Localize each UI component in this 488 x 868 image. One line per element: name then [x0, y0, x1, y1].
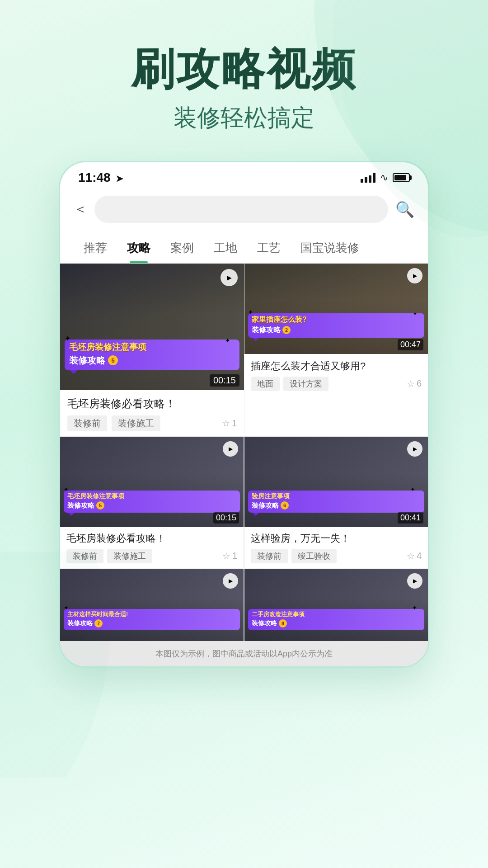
battery-icon	[393, 173, 410, 182]
star-icon-4: ☆	[407, 551, 415, 561]
badge-num-2: 2	[282, 326, 291, 334]
tag-before-1[interactable]: 装修前	[67, 415, 107, 431]
card-title-2: 插座怎么装才合适又够用?	[251, 359, 422, 373]
location-icon: ➤	[116, 174, 123, 184]
hero-section: 刷攻略视频 装修轻松搞定	[0, 0, 488, 161]
grid-badge-title-3: 主材这样买时间最合适!	[67, 611, 236, 618]
grid-badge-sub-2: 装修攻略	[252, 501, 279, 510]
tag-floor-2[interactable]: 地面	[251, 377, 280, 391]
like-button-3[interactable]: ☆ 1	[222, 551, 237, 561]
sparkle-2: ✦	[225, 337, 230, 344]
badge-overlay-2: 家里插座怎么装? 装修攻略 2 ✦ ✦	[248, 313, 424, 337]
grid-duration-1: 00:15	[213, 512, 239, 524]
star-icon-2: ☆	[407, 378, 415, 389]
tab-craft[interactable]: 工艺	[247, 236, 291, 263]
play-button-4[interactable]: ▶	[407, 441, 422, 457]
grid-badge-num-1: 5	[96, 501, 104, 509]
play-button-1[interactable]: ▶	[221, 269, 238, 286]
grid-badge-3: 主材这样买时间最合适! 装修攻略 7 ✦	[64, 609, 240, 630]
hero-subtitle: 装修轻松搞定	[0, 102, 488, 134]
grid-thumbnail-4: 二手房改造注意事项 装修攻略 8 ✦ ▶	[244, 569, 428, 641]
grid-badge-title-2: 验房注意事项	[252, 492, 421, 500]
video-thumbnail-1: 毛坯房装修注意事项 装修攻略 5 ✦ ✦	[60, 264, 244, 390]
grid-badge-1: 毛坯房装修注意事项 装修攻略 5 ✦	[64, 491, 240, 513]
featured-card: 毛坯房装修注意事项 装修攻略 5 ✦ ✦	[60, 264, 428, 436]
badge-title-2: 家里插座怎么装?	[252, 315, 421, 324]
card-info-2: 插座怎么装才合适又够用? 地面 设计方案 ☆ 6	[244, 354, 428, 395]
like-button-1[interactable]: ☆ 1	[222, 418, 237, 429]
tab-bar: 推荐 攻略 案例 工地 工艺 国宝说装修	[60, 228, 428, 264]
tab-case[interactable]: 案例	[160, 236, 204, 263]
featured-grid: 毛坯房装修注意事项 装修攻略 5 ✦ ✦	[60, 264, 428, 436]
star-icon-1: ☆	[222, 418, 230, 429]
like-count-2: 6	[417, 378, 422, 389]
tag-design-2[interactable]: 设计方案	[283, 377, 328, 391]
like-count-4: 4	[417, 551, 422, 561]
grid-thumbnail-2: 验房注意事项 装修攻略 6 ✦ ▶ 00:41	[244, 437, 428, 527]
card-row-2: 主材这样买时间最合适! 装修攻略 7 ✦ ▶	[60, 569, 428, 641]
back-button[interactable]: ＜	[74, 200, 87, 218]
grid-badge-num-3: 7	[94, 619, 103, 627]
status-bar: 11:48 ➤ ∿	[60, 162, 428, 190]
grid-card-right-1[interactable]: 验房注意事项 装修攻略 6 ✦ ▶ 00:41	[244, 437, 428, 568]
grid-badge-num-2: 6	[281, 501, 289, 509]
badge-num-1: 5	[108, 355, 118, 365]
card-tags-2: 地面 设计方案 ☆ 6	[251, 377, 422, 391]
tab-strategy[interactable]: 攻略	[117, 236, 160, 263]
like-button-2[interactable]: ☆ 6	[407, 378, 422, 389]
grid-info-right-1: 这样验房，万无一失！ 装修前 竣工验收 ☆ 4	[244, 527, 428, 568]
grid-card-left-2[interactable]: 主材这样买时间最合适! 装修攻略 7 ✦ ▶	[60, 569, 244, 641]
featured-video-right[interactable]: 家里插座怎么装? 装修攻略 2 ✦ ✦ ▶	[244, 264, 428, 436]
duration-1: 00:15	[210, 374, 239, 387]
featured-video-left[interactable]: 毛坯房装修注意事项 装修攻略 5 ✦ ✦	[60, 264, 244, 436]
grid-duration-2: 00:41	[398, 512, 423, 524]
grid-badge-sub-3: 装修攻略	[67, 619, 93, 627]
like-button-4[interactable]: ☆ 4	[407, 551, 422, 561]
grid-tag-4[interactable]: 竣工验收	[291, 549, 337, 563]
badge-overlay-1: 毛坯房装修注意事项 装修攻略 5 ✦ ✦	[65, 340, 239, 370]
play-button-6[interactable]: ▶	[407, 573, 422, 589]
badge-subtitle-2: 装修攻略	[252, 326, 281, 335]
video-thumbnail-2: 家里插座怎么装? 装修攻略 2 ✦ ✦ ▶	[244, 264, 428, 354]
tab-recommend[interactable]: 推荐	[74, 236, 117, 263]
grid-tag-1[interactable]: 装修前	[66, 549, 103, 563]
grid-badge-num-4: 8	[279, 619, 287, 627]
sparkle-4: ✦	[413, 311, 417, 317]
status-icons: ∿	[361, 172, 410, 184]
grid-tags-right-1: 装修前 竣工验收 ☆ 4	[251, 549, 422, 563]
sparkle-1: ✦	[65, 334, 70, 343]
grid-card-right-2[interactable]: 二手房改造注意事项 装修攻略 8 ✦ ▶	[244, 569, 428, 641]
grid-card-left-1[interactable]: 毛坯房装修注意事项 装修攻略 5 ✦ ▶ 00:15	[60, 437, 244, 568]
card-row-1: 毛坯房装修注意事项 装修攻略 5 ✦ ▶ 00:15	[60, 437, 428, 568]
grid-badge-title-1: 毛坯房装修注意事项	[67, 492, 236, 500]
badge-arrow-1	[70, 370, 77, 374]
video-grid: 毛坯房装修注意事项 装修攻略 5 ✦ ✦	[60, 264, 428, 666]
grid-tag-3[interactable]: 装修前	[251, 549, 288, 563]
duration-2: 00:47	[398, 339, 423, 350]
phone-mockup: 11:48 ➤ ∿ ＜ 🔍	[59, 161, 429, 668]
grid-info-left-1: 毛坯房装修必看攻略！ 装修前 装修施工 ☆ 1	[60, 527, 244, 568]
hero-title: 刷攻略视频	[0, 45, 488, 93]
search-area: ＜ 🔍	[60, 190, 428, 228]
grid-badge-sub-1: 装修攻略	[67, 501, 94, 510]
grid-badge-2: 验房注意事项 装修攻略 6 ✦	[248, 491, 424, 513]
play-button-5[interactable]: ▶	[223, 573, 238, 589]
play-button-2[interactable]: ▶	[407, 268, 422, 283]
tab-guobao[interactable]: 国宝说装修	[291, 236, 369, 263]
grid-badge-sub-4: 装修攻略	[252, 619, 277, 627]
grid-tags-left-1: 装修前 装修施工 ☆ 1	[66, 549, 237, 563]
tab-site[interactable]: 工地	[204, 236, 247, 263]
disclaimer-text: 本图仅为示例，图中商品或活动以App内公示为准	[60, 641, 428, 666]
card-info-1: 毛坯房装修必看攻略！ 装修前 装修施工 ☆ 1	[60, 390, 244, 436]
card-tags-1: 装修前 装修施工 ☆ 1	[67, 415, 237, 431]
badge-subtitle-1: 装修攻略	[69, 354, 105, 367]
grid-tag-2[interactable]: 装修施工	[107, 549, 152, 563]
badge-arrow-2	[253, 338, 259, 341]
tag-construction-1[interactable]: 装修施工	[112, 415, 160, 431]
play-button-3[interactable]: ▶	[223, 441, 238, 457]
search-input[interactable]	[94, 196, 388, 223]
grid-title-left-1: 毛坯房装修必看攻略！	[66, 532, 237, 545]
search-icon[interactable]: 🔍	[395, 200, 414, 218]
star-icon-3: ☆	[222, 551, 230, 561]
grid-thumbnail-1: 毛坯房装修注意事项 装修攻略 5 ✦ ▶ 00:15	[60, 437, 244, 527]
